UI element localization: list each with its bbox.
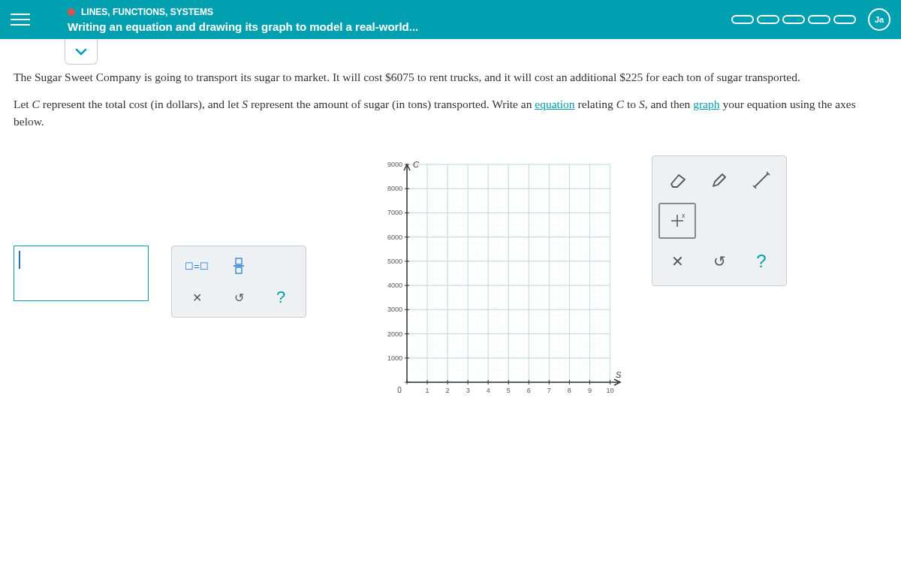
svg-text:x: x xyxy=(682,212,686,219)
equals-template-button[interactable]: ☐=☐ xyxy=(178,252,215,279)
category-dot-icon xyxy=(68,8,75,16)
svg-text:C: C xyxy=(413,160,419,169)
svg-text:8000: 8000 xyxy=(387,185,402,193)
coordinate-plane[interactable]: 1234567891001000200030004000500060007000… xyxy=(374,155,629,411)
help-button[interactable]: ? xyxy=(262,284,300,311)
line-icon xyxy=(752,170,771,190)
svg-line-147 xyxy=(755,173,768,187)
problem-statement: The Sugar Sweet Company is going to tran… xyxy=(0,39,901,130)
equation-palette: ☐=☐ ✕ ↺ ? xyxy=(171,246,306,318)
line-tool[interactable] xyxy=(743,162,780,198)
svg-text:1: 1 xyxy=(426,387,429,394)
graph-link[interactable]: graph xyxy=(693,98,719,110)
svg-text:8: 8 xyxy=(568,387,571,394)
pencil-tool[interactable] xyxy=(701,162,738,198)
progress-box xyxy=(833,15,856,24)
svg-text:6000: 6000 xyxy=(387,234,402,241)
svg-rect-0 xyxy=(236,258,242,264)
svg-text:2000: 2000 xyxy=(387,330,402,338)
graph-clear-button[interactable]: ✕ xyxy=(658,243,696,279)
clear-button[interactable]: ✕ xyxy=(178,284,215,311)
svg-text:0: 0 xyxy=(397,386,402,394)
svg-text:1000: 1000 xyxy=(387,354,402,362)
svg-text:5000: 5000 xyxy=(387,258,402,265)
palette-spacer xyxy=(262,252,300,279)
equation-link[interactable]: equation xyxy=(535,98,574,110)
graph-undo-button[interactable]: ↺ xyxy=(701,243,738,279)
svg-text:3: 3 xyxy=(466,387,470,394)
progress-box xyxy=(782,15,805,24)
svg-text:5: 5 xyxy=(507,387,511,394)
eraser-tool[interactable] xyxy=(658,162,696,198)
user-avatar[interactable]: Ja xyxy=(868,8,890,31)
header-text: LINES, FUNCTIONS, SYSTEMS Writing an equ… xyxy=(68,7,731,33)
svg-text:10: 10 xyxy=(606,387,613,394)
text-cursor xyxy=(19,251,20,269)
progress-indicator xyxy=(731,15,856,24)
svg-text:9000: 9000 xyxy=(387,161,402,168)
graph-help-button[interactable]: ? xyxy=(743,243,780,279)
point-add-tool[interactable]: x xyxy=(658,203,696,239)
chevron-down-icon xyxy=(74,45,88,59)
category-label: LINES, FUNCTIONS, SYSTEMS xyxy=(81,7,213,17)
equation-panel: ☐=☐ ✕ ↺ ? xyxy=(14,246,306,318)
app-header: LINES, FUNCTIONS, SYSTEMS Writing an equ… xyxy=(0,0,901,39)
svg-text:6: 6 xyxy=(527,387,531,394)
progress-box xyxy=(757,15,779,24)
pencil-icon xyxy=(710,171,728,189)
expand-toggle[interactable] xyxy=(65,39,98,65)
svg-text:S: S xyxy=(616,370,622,379)
svg-text:7000: 7000 xyxy=(387,210,402,217)
progress-box xyxy=(808,15,830,24)
lesson-title: Writing an equation and drawing its grap… xyxy=(68,20,731,33)
progress-box xyxy=(731,15,754,24)
workspace: ☐=☐ ✕ ↺ ? 123456789100100020003000400050… xyxy=(0,140,901,426)
graph-panel: 1234567891001000200030004000500060007000… xyxy=(374,155,787,411)
undo-button[interactable]: ↺ xyxy=(220,284,258,311)
menu-icon[interactable] xyxy=(11,10,30,29)
graph-palette: x ✕ ↺ ? xyxy=(652,155,787,286)
fraction-template-button[interactable] xyxy=(220,252,258,279)
svg-text:3000: 3000 xyxy=(387,306,402,314)
equation-input[interactable] xyxy=(14,246,149,301)
svg-text:2: 2 xyxy=(446,387,450,394)
svg-rect-2 xyxy=(236,267,242,273)
svg-text:4: 4 xyxy=(487,387,490,394)
svg-text:9: 9 xyxy=(588,387,592,394)
eraser-icon xyxy=(667,172,688,188)
point-plus-icon: x xyxy=(667,210,688,231)
fraction-icon xyxy=(232,257,246,275)
svg-text:7: 7 xyxy=(547,387,551,394)
svg-text:4000: 4000 xyxy=(387,282,402,290)
